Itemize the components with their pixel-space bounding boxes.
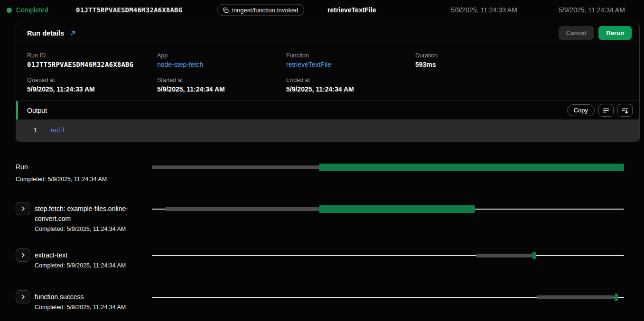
run-details-fields: Run ID 01JTT5RPVAESDM46M32A6X8ABG App no…	[16, 43, 639, 101]
timeline-segment-active[interactable]	[319, 164, 624, 171]
timeline-segment-marker[interactable]	[532, 252, 536, 259]
timeline-row-header: step.fetch: example-files.online-convert…	[16, 201, 149, 233]
step-name: Run	[16, 162, 107, 172]
detail-field-label: Started at	[157, 77, 286, 83]
step-completed-timestamp: Completed: 5/9/2025, 11:24:34 AM	[35, 303, 126, 311]
started-timestamp: 5/9/2025, 11:24:34 AM	[559, 6, 625, 14]
detail-field: Run ID 01JTT5RPVAESDM46M32A6X8ABG	[27, 52, 157, 68]
timeline-segment-queued[interactable]	[152, 165, 319, 169]
code-line: 1 null	[16, 126, 639, 134]
panel-actions: Cancel Rerun	[559, 26, 632, 40]
step-name: step.fetch: example-files.online-convert…	[35, 204, 143, 224]
status-label: Completed	[16, 6, 48, 14]
step-completed-timestamp: Completed: 5/9/2025, 11:24:34 AM	[16, 175, 107, 183]
timeline-track	[152, 293, 624, 301]
event-badge-label: inngest/function.invoked	[232, 7, 298, 14]
timeline-segment-track	[152, 255, 624, 256]
timeline-track	[152, 164, 624, 171]
align-left-icon	[602, 106, 610, 115]
step-name: extract-text	[35, 250, 126, 260]
detail-field-value: 01JTT5RPVAESDM46M32A6X8ABG	[27, 61, 157, 68]
run-summary-bar: Completed 01JTT5RPVAESDM46M32A6X8ABG inn…	[0, 0, 644, 20]
chevron-right-icon	[20, 294, 26, 300]
run-id-text: 01JTT5RPVAESDM46M32A6X8ABG	[76, 6, 182, 14]
detail-field-label: Run ID	[27, 52, 157, 59]
detail-field-value: 593ms	[415, 61, 632, 68]
chevron-right-icon	[20, 252, 26, 258]
detail-field-value: 5/9/2025, 11:24:34 AM	[286, 85, 415, 93]
timeline-segment-queued[interactable]	[476, 254, 532, 257]
copy-icon	[223, 7, 229, 13]
timeline-row: step.fetch: example-files.online-convert…	[16, 201, 640, 233]
rerun-button[interactable]: Rerun	[598, 26, 632, 40]
expand-step-button[interactable]	[16, 290, 30, 303]
detail-field-label: Queued at	[27, 77, 157, 83]
copy-output-button[interactable]: Copy	[567, 104, 595, 116]
detail-field: Queued at 5/9/2025, 11:24:33 AM	[27, 77, 157, 93]
event-badge[interactable]: inngest/function.invoked	[217, 4, 304, 16]
detail-field-label: App	[157, 52, 286, 59]
panel-title: Run details	[27, 29, 64, 37]
timeline-segment-queued[interactable]	[537, 295, 614, 299]
detail-field-label: Ended at	[286, 77, 415, 83]
run-details-panel: Run details Cancel Rerun Run ID 01JTT5RP…	[16, 23, 640, 142]
timeline-row-texts: step.fetch: example-files.online-convert…	[35, 201, 143, 233]
step-completed-timestamp: Completed: 5/9/2025, 11:24:34 AM	[35, 262, 126, 269]
expand-step-button[interactable]	[16, 248, 30, 262]
cancel-button[interactable]: Cancel	[559, 26, 594, 40]
timeline-segment-marker[interactable]	[615, 293, 618, 301]
detail-field-label: Function	[286, 52, 415, 59]
detail-field-label: Duration	[415, 52, 632, 59]
timeline-track	[152, 205, 624, 213]
line-code: null	[51, 126, 65, 134]
external-link-icon[interactable]	[70, 30, 76, 36]
status-badge: Completed	[7, 6, 48, 14]
detail-field-link[interactable]: node-step-fetch	[157, 61, 286, 68]
timeline-track	[152, 252, 624, 259]
status-dot-icon	[7, 8, 12, 13]
detail-field-link[interactable]: retrieveTextFile	[286, 61, 415, 68]
detail-field: Duration 593ms	[415, 52, 632, 68]
run-timeline: Run Completed: 5/9/2025, 11:24:34 AM ste…	[0, 141, 644, 321]
queued-timestamp: 5/9/2025, 11:24:33 AM	[451, 6, 517, 14]
timeline-row-header: extract-text Completed: 5/9/2025, 11:24:…	[16, 248, 149, 269]
function-name-text: retrieveTextFile	[327, 6, 376, 14]
timeline-segment-active[interactable]	[319, 205, 475, 213]
scroll-to-bottom-button[interactable]	[617, 104, 633, 117]
detail-field: Started at 5/9/2025, 11:24:34 AM	[157, 77, 286, 93]
detail-field: Ended at 5/9/2025, 11:24:34 AM	[286, 77, 415, 93]
chevron-right-icon	[20, 206, 26, 211]
lines-arrow-down-icon	[621, 106, 629, 115]
detail-field: Function retrieveTextFile	[286, 52, 415, 68]
output-actions: Copy	[567, 104, 633, 117]
step-name: function success	[35, 292, 126, 302]
output-header: Output Copy	[16, 101, 639, 119]
line-number: 1	[16, 126, 37, 134]
timeline-row-header: function success Completed: 5/9/2025, 11…	[16, 289, 149, 311]
panel-header: Run details Cancel Rerun	[16, 23, 639, 43]
timeline-row-header: Run Completed: 5/9/2025, 11:24:34 AM	[16, 159, 149, 183]
timeline-row-texts: Run Completed: 5/9/2025, 11:24:34 AM	[16, 159, 107, 183]
step-completed-timestamp: Completed: 5/9/2025, 11:24:34 AM	[35, 225, 143, 233]
detail-field-value: 5/9/2025, 11:24:34 AM	[157, 85, 286, 93]
detail-field-value: 5/9/2025, 11:24:33 AM	[27, 85, 157, 93]
timeline-row-texts: extract-text Completed: 5/9/2025, 11:24:…	[35, 248, 126, 269]
output-code-block[interactable]: 1 null	[16, 119, 639, 142]
timeline-row: Run Completed: 5/9/2025, 11:24:34 AM	[16, 159, 640, 183]
detail-field: App node-step-fetch	[157, 52, 286, 68]
timeline-row: function success Completed: 5/9/2025, 11…	[16, 289, 640, 311]
wrap-lines-button[interactable]	[598, 104, 614, 117]
timeline-row: extract-text Completed: 5/9/2025, 11:24:…	[16, 248, 640, 269]
timeline-segment-queued[interactable]	[165, 207, 319, 211]
output-title: Output	[27, 107, 47, 114]
expand-step-button[interactable]	[16, 202, 30, 215]
timeline-row-texts: function success Completed: 5/9/2025, 11…	[35, 289, 126, 311]
